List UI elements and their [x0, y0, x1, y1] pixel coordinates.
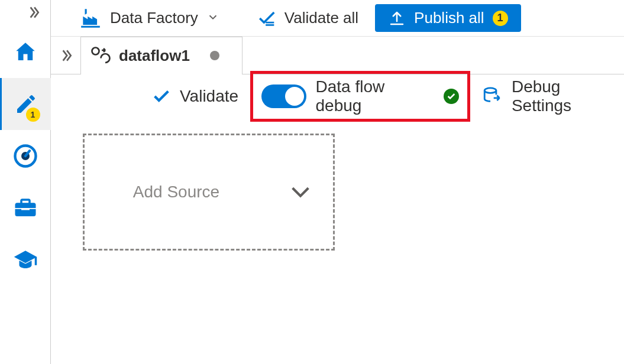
validate-all-button[interactable]: Validate all	[257, 8, 358, 28]
add-source-box[interactable]: Add Source	[83, 134, 335, 251]
unsaved-indicator	[210, 51, 219, 60]
nav-monitor[interactable]	[0, 130, 51, 182]
debug-settings-button[interactable]: Debug Settings	[482, 77, 624, 115]
debug-label: Data flow debug	[316, 77, 435, 115]
gauge-icon	[13, 144, 38, 168]
svg-rect-2	[21, 208, 30, 210]
dataflow-toolbar: Validate Data flow debug Debug Settings	[51, 74, 624, 118]
tab-row: dataflow1	[51, 37, 624, 74]
publish-label: Publish all	[414, 9, 484, 27]
home-icon	[13, 40, 38, 64]
author-badge: 1	[26, 108, 40, 122]
dataflow-debug-toggle[interactable]	[261, 84, 306, 108]
validate-all-label: Validate all	[284, 9, 358, 27]
nav-home[interactable]	[0, 26, 51, 78]
validate-button[interactable]: Validate	[151, 86, 238, 106]
top-toolbar: Data Factory Validate all Publish all 1	[51, 0, 624, 37]
svg-point-3	[92, 48, 99, 55]
validate-label: Validate	[180, 87, 238, 106]
nav-author[interactable]: 1	[0, 78, 51, 130]
factory-icon	[79, 7, 102, 30]
factory-selector[interactable]: Data Factory	[79, 7, 219, 30]
upload-icon	[388, 9, 406, 27]
chevron-down-icon	[206, 11, 219, 26]
publish-badge: 1	[493, 11, 508, 26]
left-nav-rail: 1	[0, 0, 51, 364]
toggle-knob	[285, 87, 304, 106]
dataflow-icon	[89, 45, 111, 66]
graduation-cap-icon	[13, 248, 38, 272]
tab-dataflow1[interactable]: dataflow1	[80, 37, 243, 74]
tab-title: dataflow1	[119, 47, 190, 65]
chevron-down-icon[interactable]	[284, 180, 317, 204]
check-list-icon	[257, 8, 277, 28]
expand-tabs-button[interactable]	[51, 48, 80, 63]
debug-active-icon	[444, 89, 459, 104]
factory-label: Data Factory	[110, 9, 198, 27]
toolbox-icon	[13, 196, 38, 220]
check-icon	[151, 86, 172, 106]
dataflow-canvas: Add Source	[51, 118, 624, 364]
database-arrow-icon	[482, 86, 502, 106]
nav-learn[interactable]	[0, 234, 51, 286]
nav-manage[interactable]	[0, 182, 51, 234]
svg-point-4	[484, 88, 496, 93]
add-source-label: Add Source	[133, 183, 219, 202]
publish-all-button[interactable]: Publish all 1	[375, 4, 521, 32]
expand-rail-icon[interactable]	[25, 5, 41, 22]
debug-settings-label: Debug Settings	[512, 77, 624, 115]
debug-toggle-highlight: Data flow debug	[250, 71, 470, 122]
